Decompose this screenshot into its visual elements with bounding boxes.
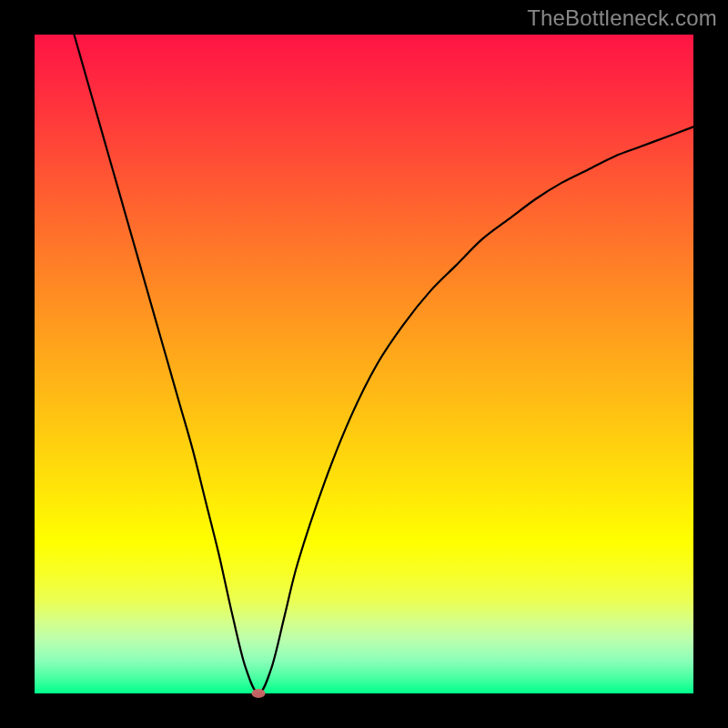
plot-area bbox=[35, 35, 693, 693]
chart-frame: TheBottleneck.com bbox=[0, 0, 728, 728]
bottleneck-curve bbox=[35, 35, 693, 693]
watermark-text: TheBottleneck.com bbox=[527, 5, 717, 31]
minimum-marker bbox=[252, 689, 266, 698]
curve-path bbox=[74, 35, 693, 693]
